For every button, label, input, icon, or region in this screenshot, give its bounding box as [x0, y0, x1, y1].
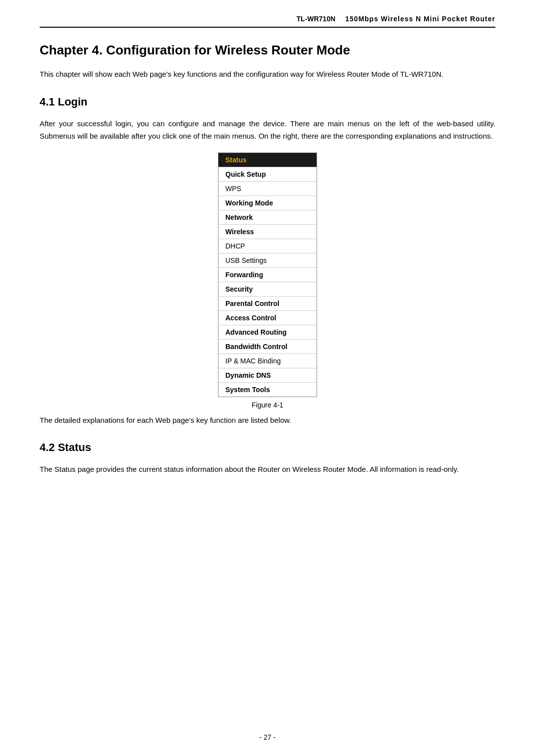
page-number: - 27 - [0, 733, 535, 741]
chapter-title: Chapter 4. Configuration for Wireless Ro… [40, 43, 495, 58]
section-42-title: 4.2 Status [40, 441, 495, 454]
menu-item[interactable]: Dynamic DNS [218, 368, 317, 383]
header-model: TL-WR710N [296, 15, 335, 23]
page-container: TL-WR710N 150Mbps Wireless N Mini Pocket… [0, 0, 535, 756]
menu-item[interactable]: Parental Control [218, 297, 317, 311]
menu-item[interactable]: Quick Setup [218, 167, 317, 182]
after-figure-text: The detailed explanations for each Web p… [40, 414, 495, 427]
chapter-intro: This chapter will show each Web page's k… [40, 68, 495, 81]
menu-item[interactable]: USB Settings [218, 253, 317, 268]
section-41-title: 4.1 Login [40, 96, 495, 108]
figure-container: StatusQuick SetupWPSWorking ModeNetworkW… [40, 152, 495, 409]
menu-item[interactable]: Wireless [218, 225, 317, 239]
menu-item[interactable]: Advanced Routing [218, 325, 317, 340]
menu-item[interactable]: Access Control [218, 311, 317, 325]
menu-item[interactable]: Network [218, 210, 317, 225]
menu-item[interactable]: System Tools [218, 383, 317, 397]
section-42-text1: The Status page provides the current sta… [40, 463, 495, 476]
header-title: 150Mbps Wireless N Mini Pocket Router [345, 15, 495, 23]
menu-item[interactable]: WPS [218, 182, 317, 196]
figure-caption: Figure 4-1 [252, 401, 283, 409]
menu-item[interactable]: Forwarding [218, 268, 317, 282]
menu-item[interactable]: Status [218, 153, 317, 167]
menu-item[interactable]: Security [218, 282, 317, 297]
header-bar: TL-WR710N 150Mbps Wireless N Mini Pocket… [40, 15, 495, 28]
section-41-text: After your successful login, you can con… [40, 117, 495, 143]
menu-item[interactable]: DHCP [218, 239, 317, 253]
menu-item[interactable]: IP & MAC Binding [218, 354, 317, 368]
menu-item[interactable]: Bandwidth Control [218, 340, 317, 354]
menu-item[interactable]: Working Mode [218, 196, 317, 210]
menu-panel: StatusQuick SetupWPSWorking ModeNetworkW… [218, 152, 317, 397]
